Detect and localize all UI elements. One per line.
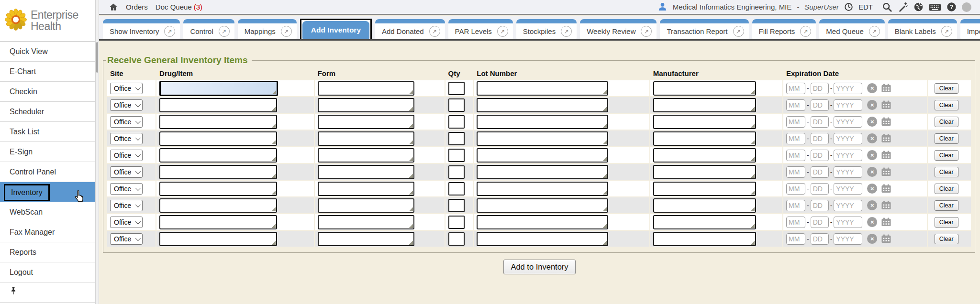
presence-indicator[interactable] [962,2,971,12]
site-select[interactable]: Office [110,83,143,94]
tab[interactable]: Add Donated ↗ [375,19,445,39]
year-input[interactable] [834,116,862,128]
year-input[interactable] [834,133,862,144]
tab[interactable]: Med Queue ↗ [819,19,884,39]
site-select[interactable]: Office [110,233,143,245]
wand-icon[interactable] [898,2,908,12]
tab[interactable]: Weekly Review ↗ [580,19,657,39]
globe-icon[interactable] [913,2,924,12]
drug-item-input[interactable] [159,198,277,213]
sidebar-pin-item[interactable] [0,282,95,303]
breadcrumb-orders[interactable]: Orders [126,3,148,11]
month-input[interactable] [786,233,805,245]
drug-item-input[interactable] [159,81,278,96]
day-input[interactable] [811,233,829,245]
clear-date-icon[interactable]: × [867,200,877,210]
site-select[interactable]: Office [110,166,143,178]
sidebar-item-control-panel[interactable]: Control Panel [0,162,95,182]
drug-item-input[interactable] [159,232,277,246]
month-input[interactable] [786,83,805,94]
tab[interactable]: Stockpiles ↗ [516,19,577,39]
month-input[interactable] [786,200,805,211]
clear-row-button[interactable]: Clear [935,234,958,244]
qty-input[interactable] [448,199,465,212]
sidebar-item-e-chart[interactable]: E-Chart [0,62,95,82]
sidebar-item-e-sign[interactable]: E-Sign [0,142,95,162]
day-input[interactable] [811,150,829,161]
form-input[interactable] [318,115,415,129]
qty-input[interactable] [448,149,465,162]
sidebar-item-reports[interactable]: Reports [0,242,95,262]
tab[interactable]: PAR Levels ↗ [448,19,513,39]
drug-item-input[interactable] [159,148,277,163]
clear-date-icon[interactable]: × [867,217,877,227]
day-input[interactable] [811,99,829,111]
manufacturer-input[interactable] [653,148,756,163]
clear-row-button[interactable]: Clear [935,150,958,161]
qty-input[interactable] [448,232,465,246]
manufacturer-input[interactable] [653,232,756,246]
month-input[interactable] [786,116,805,128]
year-input[interactable] [834,83,862,94]
form-input[interactable] [318,98,415,112]
clear-date-icon[interactable]: × [867,117,877,127]
popout-icon[interactable]: ↗ [869,26,880,37]
breadcrumb-doc-queue[interactable]: Doc Queue(3) [156,3,202,11]
popout-icon[interactable]: ↗ [800,26,811,37]
tab[interactable]: Blank Labels ↗ [888,19,957,39]
day-input[interactable] [811,83,829,94]
month-input[interactable] [786,99,805,111]
clock-icon[interactable] [844,2,853,11]
calendar-icon[interactable] [880,234,892,244]
manufacturer-input[interactable] [653,198,756,213]
tab[interactable]: Mappings ↗ [238,19,297,39]
year-input[interactable] [834,233,862,245]
month-input[interactable] [786,166,805,178]
calendar-icon[interactable] [880,150,892,160]
sidebar-item-checkin[interactable]: Checkin [0,82,95,102]
day-input[interactable] [811,200,829,211]
form-input[interactable] [318,81,415,96]
calendar-icon[interactable] [880,200,892,210]
clear-row-button[interactable]: Clear [935,100,958,110]
popout-icon[interactable]: ↗ [429,26,440,37]
qty-input[interactable] [448,165,465,179]
clear-date-icon[interactable]: × [867,83,877,93]
tab-active[interactable]: Add Inventory [302,21,369,39]
drug-item-input[interactable] [159,165,277,179]
site-select[interactable]: Office [110,200,143,211]
year-input[interactable] [834,200,862,211]
sidebar-item-logout[interactable]: Logout [0,262,95,282]
lot-number-input[interactable] [477,215,608,229]
manufacturer-input[interactable] [653,81,756,96]
month-input[interactable] [786,183,805,195]
clear-row-button[interactable]: Clear [935,117,958,127]
calendar-icon[interactable] [880,217,892,227]
manufacturer-input[interactable] [653,115,756,129]
lot-number-input[interactable] [477,232,608,246]
sidebar-item-quick-view[interactable]: Quick View [0,42,95,62]
tab[interactable]: Import ↗ [960,19,980,39]
clear-date-icon[interactable]: × [867,184,877,194]
sidebar-item-scheduler[interactable]: Scheduler [0,102,95,122]
tab[interactable]: Fill Reports ↗ [752,19,816,39]
year-input[interactable] [834,99,862,111]
calendar-icon[interactable] [880,83,892,93]
search-icon[interactable] [882,2,892,12]
site-select[interactable]: Office [110,99,143,111]
sidebar-item-task-list[interactable]: Task List [0,122,95,142]
site-select[interactable]: Office [110,217,143,228]
lot-number-input[interactable] [477,182,608,196]
drug-item-input[interactable] [159,115,277,129]
clear-date-icon[interactable]: × [867,167,877,177]
qty-input[interactable] [448,182,465,195]
popout-icon[interactable]: ↗ [641,26,652,37]
site-select[interactable]: Office [110,183,143,195]
clear-row-button[interactable]: Clear [935,184,958,194]
manufacturer-input[interactable] [653,165,756,179]
manufacturer-input[interactable] [653,131,756,146]
day-input[interactable] [811,166,829,178]
popout-icon[interactable]: ↗ [941,26,952,37]
lot-number-input[interactable] [477,198,608,213]
manufacturer-input[interactable] [653,98,756,112]
